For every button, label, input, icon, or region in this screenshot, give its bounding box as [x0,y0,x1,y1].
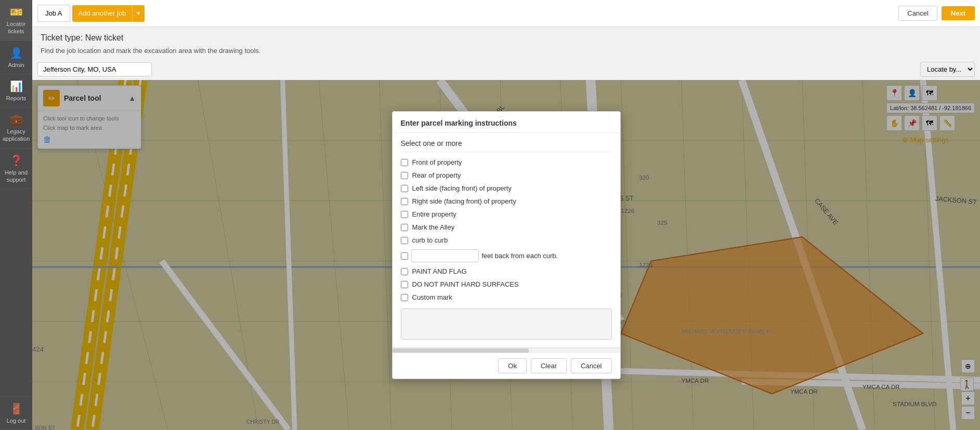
curb-to-curb-checkbox[interactable] [401,237,408,244]
checkbox-row-rear: Rear of property [401,171,612,179]
checkbox-row-entire: Entire property [401,210,612,218]
sidebar-item-legacy-application[interactable]: 💼 Legacy application [0,108,32,149]
sidebar-item-label: Locator tickets [2,20,30,35]
checkbox-row-paint-flag: PAINT AND FLAG [401,267,612,275]
front-of-property-label: Front of property [412,158,462,166]
mark-alley-label: Mark the Alley [412,223,455,231]
top-bar: Job A Add another job ▾ Cancel Next [32,0,980,27]
logout-icon: 🚪 [10,402,23,415]
ok-button[interactable]: Ok [498,358,527,373]
modal-header: Enter parcel marking instructions [393,112,620,133]
main-content: Job A Add another job ▾ Cancel Next Tick… [32,0,980,430]
legacy-icon: 💼 [10,113,23,126]
sidebar-item-log-out[interactable]: 🚪 Log out [0,396,32,430]
right-side-checkbox[interactable] [401,198,408,205]
sidebar-item-label: Legacy application [2,128,30,143]
cancel-button[interactable]: Cancel [898,6,937,21]
checkbox-row-curb: curb to curb [401,236,612,244]
admin-icon: 👤 [10,46,23,60]
job-tab-a[interactable]: Job A [37,5,70,22]
sidebar-item-locator-tickets[interactable]: 🎫 Locator tickets [0,0,32,41]
clear-button[interactable]: Clear [531,358,567,373]
checkbox-row-left: Left side (facing front) of property [401,184,612,192]
add-job-caret-icon: ▾ [133,5,145,22]
paint-flag-label: PAINT AND FLAG [412,267,467,275]
sidebar: 🎫 Locator tickets 👤 Admin 📊 Reports 💼 Le… [0,0,32,430]
content-header: Ticket type: New ticket Find the job loc… [32,27,980,59]
right-side-label: Right side (facing front) of property [412,197,516,205]
search-input[interactable] [37,62,152,76]
left-side-checkbox[interactable] [401,185,408,192]
feet-back-input[interactable] [411,249,479,262]
parcel-marking-modal: Enter parcel marking instructions Select… [392,111,621,379]
modal-title: Enter parcel marking instructions [401,119,612,127]
custom-mark-checkbox[interactable] [401,294,408,301]
sidebar-item-help-and-support[interactable]: ❓ Help and support [0,149,32,190]
instruction-text: Find the job location and mark the excav… [41,47,972,55]
locator-tickets-icon: 🎫 [10,5,23,19]
locate-by-area: Locate by... [920,62,975,77]
custom-mark-label: Custom mark [412,293,452,301]
paint-flag-checkbox[interactable] [401,268,408,275]
front-of-property-checkbox[interactable] [401,159,408,166]
modal-body: Select one or more Front of property Rea… [393,133,620,347]
no-paint-checkbox[interactable] [401,281,408,288]
curb-to-curb-label: curb to curb [412,236,448,244]
entire-property-label: Entire property [412,210,456,218]
checkbox-row-alley: Mark the Alley [401,223,612,231]
rear-of-property-label: Rear of property [412,171,461,179]
sidebar-item-admin[interactable]: 👤 Admin [0,41,32,74]
modal-scrollbar-thumb[interactable] [393,348,529,353]
top-right-actions: Cancel Next [898,6,975,21]
feet-back-row: feet back from each curb. [401,249,612,262]
entire-property-checkbox[interactable] [401,211,408,218]
checkbox-row-right: Right side (facing front) of property [401,197,612,205]
select-one-or-more-label: Select one or more [401,139,612,152]
checkbox-row-no-paint: DO NOT PAINT HARD SURFACES [401,280,612,288]
feet-back-checkbox[interactable] [401,252,408,260]
add-job-label: Add another job [72,5,133,22]
left-side-label: Left side (facing front) of property [412,184,512,192]
sidebar-item-label: Help and support [2,169,30,184]
rear-of-property-checkbox[interactable] [401,172,408,179]
sidebar-item-reports[interactable]: 📊 Reports [0,74,32,108]
add-job-button[interactable]: Add another job ▾ [72,5,145,22]
mark-alley-checkbox[interactable] [401,224,408,231]
checkbox-row-front: Front of property [401,158,612,166]
help-icon: ❓ [10,154,23,167]
sidebar-item-label: Reports [6,95,27,102]
modal-footer: Ok Clear Cancel [393,353,620,379]
map-container: ⚙ Map settings [32,80,980,430]
reports-icon: 📊 [10,79,23,93]
ticket-type-heading: Ticket type: New ticket [41,33,972,43]
custom-mark-textarea[interactable] [401,308,612,340]
checkbox-row-custom-mark: Custom mark [401,293,612,301]
feet-back-label: feet back from each curb. [482,252,558,260]
modal-cancel-button[interactable]: Cancel [571,358,611,373]
map-toolbar: Locate by... [32,59,980,80]
locate-by-select[interactable]: Locate by... [920,62,975,77]
no-paint-label: DO NOT PAINT HARD SURFACES [412,280,519,288]
modal-scrollbar[interactable] [393,347,620,353]
sidebar-item-label: Log out [7,417,26,424]
modal-overlay: Enter parcel marking instructions Select… [32,80,980,430]
sidebar-item-label: Admin [8,61,24,69]
next-button[interactable]: Next [942,6,975,20]
